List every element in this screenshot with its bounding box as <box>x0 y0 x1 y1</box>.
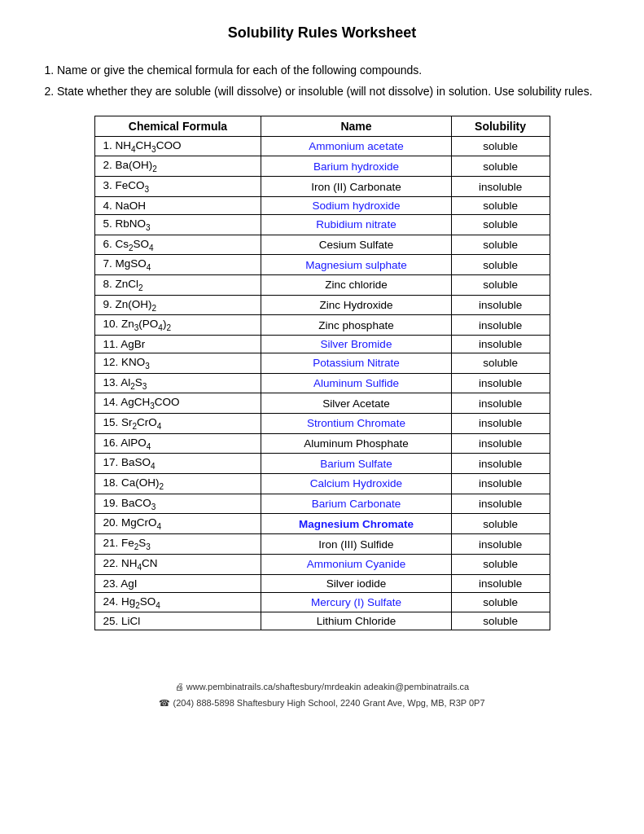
cell-name: Aluminum Phosphate <box>261 433 451 454</box>
footer-line1: 🖨 www.pembinatrails.ca/shaftesbury/mrdea… <box>41 679 603 696</box>
table-row: 17. BaSO4Barium Sulfateinsoluble <box>94 454 550 474</box>
col-header-formula: Chemical Formula <box>94 116 261 136</box>
table-row: 1. NH4CH3COOAmmonium acetatesoluble <box>94 136 550 156</box>
cell-formula: 20. MgCrO4 <box>94 514 261 534</box>
cell-solubility: soluble <box>451 592 550 612</box>
cell-solubility: soluble <box>451 353 550 373</box>
cell-formula: 9. Zn(OH)2 <box>94 295 261 315</box>
cell-solubility: insoluble <box>451 494 550 514</box>
cell-name: Calcium Hydroxide <box>261 474 451 494</box>
cell-solubility: insoluble <box>451 373 550 393</box>
cell-solubility: insoluble <box>451 534 550 555</box>
cell-solubility: insoluble <box>451 295 550 315</box>
cell-name: Barium hydroxide <box>261 156 451 177</box>
cell-name: Cesium Sulfate <box>261 235 451 255</box>
cell-name: Potassium Nitrate <box>261 353 451 373</box>
table-row: 6. Cs2SO4Cesium Sulfatesoluble <box>94 235 550 255</box>
table-row: 19. BaCO3Barium Carbonateinsoluble <box>94 494 550 514</box>
instructions-section: Name or give the chemical formula for ea… <box>41 61 603 101</box>
cell-formula: 6. Cs2SO4 <box>94 235 261 255</box>
page-title: Solubility Rules Worksheet <box>41 24 603 42</box>
cell-formula: 25. LiCl <box>94 612 261 630</box>
printer-icon: 🖨 <box>175 682 184 691</box>
instruction-2: State whether they are soluble (will dis… <box>57 82 603 100</box>
cell-solubility: insoluble <box>451 335 550 353</box>
cell-name: Barium Carbonate <box>261 494 451 514</box>
cell-solubility: soluble <box>451 156 550 177</box>
table-row: 14. AgCH3COOSilver Acetateinsoluble <box>94 393 550 414</box>
cell-solubility: soluble <box>451 235 550 255</box>
cell-solubility: insoluble <box>451 454 550 474</box>
cell-formula: 19. BaCO3 <box>94 494 261 514</box>
footer: 🖨 www.pembinatrails.ca/shaftesbury/mrdea… <box>41 679 603 712</box>
table-row: 18. Ca(OH)2Calcium Hydroxideinsoluble <box>94 474 550 494</box>
cell-solubility: soluble <box>451 136 550 156</box>
cell-formula: 7. MgSO4 <box>94 255 261 275</box>
cell-solubility: insoluble <box>451 315 550 336</box>
table-row: 24. Hg2SO4Mercury (I) Sulfatesoluble <box>94 592 550 612</box>
cell-name: Silver Bromide <box>261 335 451 353</box>
cell-formula: 3. FeCO3 <box>94 177 261 197</box>
cell-formula: 23. AgI <box>94 574 261 592</box>
cell-formula: 4. NaOH <box>94 196 261 214</box>
instruction-1: Name or give the chemical formula for ea… <box>57 61 603 79</box>
cell-solubility: soluble <box>451 214 550 235</box>
table-row: 16. AlPO4Aluminum Phosphateinsoluble <box>94 433 550 454</box>
phone-icon: ☎ <box>159 698 170 708</box>
cell-formula: 16. AlPO4 <box>94 433 261 454</box>
cell-formula: 22. NH4CN <box>94 554 261 574</box>
cell-formula: 12. KNO3 <box>94 353 261 373</box>
cell-formula: 21. Fe2S3 <box>94 534 261 555</box>
solubility-table: Chemical Formula Name Solubility 1. NH4C… <box>94 116 550 630</box>
cell-name: Ammonium Cyanide <box>261 554 451 574</box>
col-header-name: Name <box>261 116 451 136</box>
table-row: 11. AgBrSilver Bromideinsoluble <box>94 335 550 353</box>
cell-formula: 11. AgBr <box>94 335 261 353</box>
cell-name: Strontium Chromate <box>261 414 451 434</box>
cell-name: Sodium hydroxide <box>261 196 451 214</box>
cell-solubility: soluble <box>451 514 550 534</box>
cell-formula: 8. ZnCl2 <box>94 274 261 295</box>
table-row: 10. Zn3(PO4)2Zinc phosphateinsoluble <box>94 315 550 336</box>
table-row: 23. AgISilver iodideinsoluble <box>94 574 550 592</box>
cell-name: Ammonium acetate <box>261 136 451 156</box>
cell-formula: 1. NH4CH3COO <box>94 136 261 156</box>
table-row: 4. NaOHSodium hydroxidesoluble <box>94 196 550 214</box>
cell-formula: 17. BaSO4 <box>94 454 261 474</box>
cell-formula: 14. AgCH3COO <box>94 393 261 414</box>
cell-formula: 15. Sr2CrO4 <box>94 414 261 434</box>
cell-name: Silver iodide <box>261 574 451 592</box>
cell-solubility: insoluble <box>451 474 550 494</box>
table-row: 5. RbNO3Rubidium nitratesoluble <box>94 214 550 235</box>
table-row: 3. FeCO3Iron (II) Carbonateinsoluble <box>94 177 550 197</box>
table-row: 8. ZnCl2Zinc chloridesoluble <box>94 274 550 295</box>
cell-solubility: soluble <box>451 255 550 275</box>
cell-name: Magnesium Chromate <box>261 514 451 534</box>
table-row: 2. Ba(OH)2Barium hydroxidesoluble <box>94 156 550 177</box>
cell-name: Zinc Hydroxide <box>261 295 451 315</box>
cell-solubility: soluble <box>451 274 550 295</box>
cell-name: Zinc chloride <box>261 274 451 295</box>
table-row: 20. MgCrO4Magnesium Chromatesoluble <box>94 514 550 534</box>
cell-formula: 13. Al2S3 <box>94 373 261 393</box>
cell-name: Rubidium nitrate <box>261 214 451 235</box>
cell-name: Aluminum Sulfide <box>261 373 451 393</box>
table-row: 25. LiClLithium Chloridesoluble <box>94 612 550 630</box>
cell-formula: 2. Ba(OH)2 <box>94 156 261 177</box>
footer-line2: ☎ (204) 888-5898 Shaftesbury High School… <box>41 696 603 712</box>
table-row: 7. MgSO4Magnesium sulphatesoluble <box>94 255 550 275</box>
cell-solubility: insoluble <box>451 574 550 592</box>
cell-name: Zinc phosphate <box>261 315 451 336</box>
cell-name: Silver Acetate <box>261 393 451 414</box>
cell-solubility: insoluble <box>451 414 550 434</box>
cell-name: Mercury (I) Sulfate <box>261 592 451 612</box>
cell-name: Iron (III) Sulfide <box>261 534 451 555</box>
cell-formula: 24. Hg2SO4 <box>94 592 261 612</box>
table-row: 22. NH4CNAmmonium Cyanidesoluble <box>94 554 550 574</box>
cell-solubility: insoluble <box>451 393 550 414</box>
cell-name: Magnesium sulphate <box>261 255 451 275</box>
cell-solubility: soluble <box>451 196 550 214</box>
cell-formula: 5. RbNO3 <box>94 214 261 235</box>
cell-formula: 18. Ca(OH)2 <box>94 474 261 494</box>
table-row: 12. KNO3Potassium Nitratesoluble <box>94 353 550 373</box>
